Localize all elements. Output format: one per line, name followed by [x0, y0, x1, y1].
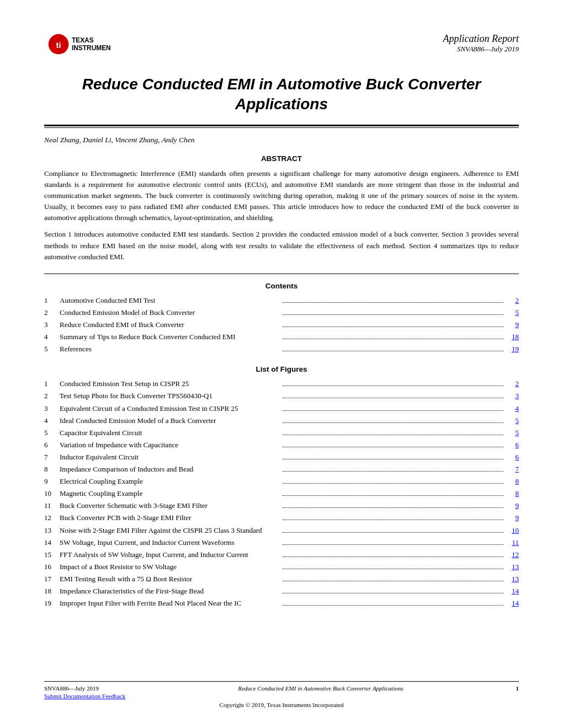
page: ti TEXAS INSTRUMENTS Application Report … — [0, 0, 563, 728]
lof-item-label: Impedance Comparison of Inductors and Be… — [60, 463, 280, 475]
abstract-paragraph-2: Section 1 introduces automotive conducte… — [44, 229, 519, 262]
lof-item-page[interactable]: 8 — [506, 488, 519, 500]
lof-row: 3 Equivalent Circuit of a Conducted Emis… — [44, 403, 519, 415]
lof-item-num: 18 — [44, 585, 60, 597]
lof-item-num: 2 — [44, 390, 60, 402]
lof-item-page[interactable]: 6 — [506, 451, 519, 463]
lof-dots — [283, 459, 503, 459]
lof-item-page[interactable]: 9 — [506, 512, 519, 524]
lof-dots — [283, 410, 503, 411]
toc-row: 2 Conducted Emission Model of Buck Conve… — [44, 307, 519, 319]
lof-item-page[interactable]: 9 — [506, 500, 519, 512]
lof-item-label: Improper Input Filter with Ferrite Bead … — [60, 597, 280, 609]
toc-item-num: 2 — [44, 307, 60, 319]
lof-row: 8 Impedance Comparison of Inductors and … — [44, 463, 519, 475]
feedback-link[interactable]: Submit Documentation Feedback — [44, 693, 125, 699]
toc-rows: 1 Automotive Conducted EMI Test 2 2 Cond… — [44, 295, 519, 355]
lof-item-num: 19 — [44, 597, 60, 609]
lof-dots — [283, 532, 503, 533]
lof-item-num: 12 — [44, 512, 60, 524]
lof-row: 11 Buck Converter Schematic with 3-Stage… — [44, 500, 519, 512]
lof-item-page[interactable]: 13 — [506, 573, 519, 585]
authors-line: Neal Zhang, Daniel Li, Vincent Zhang, An… — [44, 136, 519, 144]
lof-row: 13 Noise with 2-Stage EMI Filter Against… — [44, 524, 519, 537]
lof-rows: 1 Conducted Emission Test Setup in CISPR… — [44, 378, 519, 609]
abstract-paragraph-1: Compliance to Electromagnetic Interferen… — [44, 168, 519, 224]
toc-item-label: Reduce Conducted EMI of Buck Converter — [60, 319, 280, 331]
lof-item-label: Electrical Coupling Example — [60, 475, 280, 488]
toc-item-num: 3 — [44, 319, 60, 331]
lof-dots — [283, 593, 503, 593]
svg-text:ti: ti — [56, 41, 61, 50]
lof-item-num: 7 — [44, 451, 60, 463]
lof-item-num: 10 — [44, 488, 60, 500]
lof-item-page[interactable]: 10 — [506, 524, 519, 537]
lof-item-num: 8 — [44, 463, 60, 475]
lof-item-page[interactable]: 3 — [506, 390, 519, 402]
lof-row: 1 Conducted Emission Test Setup in CISPR… — [44, 378, 519, 390]
lof-item-page[interactable]: 14 — [506, 597, 519, 609]
ti-logo: ti TEXAS INSTRUMENTS — [44, 33, 110, 63]
toc-dots — [283, 351, 503, 351]
lof-item-label: Buck Converter Schematic with 3-Stage EM… — [60, 500, 280, 512]
toc-item-label: Summary of Tips to Reduce Buck Converter… — [60, 331, 280, 343]
lof-item-label: SW Voltage, Input Current, and Inductor … — [60, 537, 280, 549]
lof-item-num: 6 — [44, 439, 60, 451]
lof-item-num: 11 — [44, 500, 60, 512]
lof-dots — [283, 556, 503, 557]
lof-item-label: Noise with 2-Stage EMI Filter Against th… — [60, 524, 280, 537]
toc-item-page[interactable]: 5 — [506, 307, 519, 319]
lof-dots — [283, 386, 503, 386]
lof-item-page[interactable]: 13 — [506, 561, 519, 573]
lof-item-page[interactable]: 8 — [506, 475, 519, 488]
lof-dots — [283, 398, 503, 398]
lof-row: 14 SW Voltage, Input Current, and Induct… — [44, 537, 519, 549]
lof-item-page[interactable]: 6 — [506, 439, 519, 451]
page-header: ti TEXAS INSTRUMENTS Application Report … — [44, 33, 519, 63]
lof-item-label: Test Setup Photo for Buck Converter TPS5… — [60, 390, 280, 402]
lof-dots — [283, 471, 503, 472]
toc-section: Contents 1 Automotive Conducted EMI Test… — [44, 282, 519, 355]
toc-item-page[interactable]: 2 — [506, 295, 519, 307]
toc-row: 1 Automotive Conducted EMI Test 2 — [44, 295, 519, 307]
report-type-label: Application Report — [443, 33, 519, 45]
lof-item-label: Capacitor Equivalent Circuit — [60, 427, 280, 439]
lof-item-page[interactable]: 4 — [506, 403, 519, 415]
toc-item-page[interactable]: 18 — [506, 331, 519, 343]
toc-dots — [283, 326, 503, 327]
footer-page-num: 1 — [516, 685, 519, 692]
toc-item-num: 5 — [44, 343, 60, 355]
lof-item-label: Variation of Impedance with Capacitance — [60, 439, 280, 451]
lof-item-label: Buck Converter PCB with 2-Stage EMI Filt… — [60, 512, 280, 524]
toc-item-label: Conducted Emission Model of Buck Convert… — [60, 307, 280, 319]
lof-item-page[interactable]: 12 — [506, 549, 519, 561]
lof-item-page[interactable]: 5 — [506, 415, 519, 427]
lof-row: 19 Improper Input Filter with Ferrite Be… — [44, 597, 519, 609]
document-title: Reduce Conducted EMI in Automotive Buck … — [44, 74, 519, 115]
footer-center-title: Reduce Conducted EMI in Automotive Buck … — [136, 685, 504, 692]
lof-row: 7 Inductor Equivalent Circuit 6 — [44, 451, 519, 463]
abstract-heading: ABSTRACT — [44, 154, 519, 163]
lof-row: 5 Capacitor Equivalent Circuit 5 — [44, 427, 519, 439]
lof-item-num: 14 — [44, 537, 60, 549]
lof-row: 2 Test Setup Photo for Buck Converter TP… — [44, 390, 519, 402]
lof-item-num: 1 — [44, 378, 60, 390]
toc-item-page[interactable]: 19 — [506, 343, 519, 355]
svg-text:INSTRUMENTS: INSTRUMENTS — [72, 44, 110, 52]
toc-item-num: 4 — [44, 331, 60, 343]
lof-dots — [283, 495, 503, 496]
lof-item-page[interactable]: 11 — [506, 537, 519, 549]
lof-row: 4 Ideal Conducted Emission Model of a Bu… — [44, 415, 519, 427]
toc-dots — [283, 339, 503, 339]
toc-row: 4 Summary of Tips to Reduce Buck Convert… — [44, 331, 519, 343]
top-rule-thick — [44, 125, 519, 126]
footer-italic-title: Reduce Conducted EMI in Automotive Buck … — [238, 685, 403, 692]
lof-item-num: 17 — [44, 573, 60, 585]
toc-heading: Contents — [44, 282, 519, 290]
lof-row: 18 Impedance Characteristics of the Firs… — [44, 585, 519, 597]
toc-item-page[interactable]: 9 — [506, 319, 519, 331]
lof-item-page[interactable]: 7 — [506, 463, 519, 475]
lof-item-page[interactable]: 2 — [506, 378, 519, 390]
lof-item-page[interactable]: 5 — [506, 427, 519, 439]
lof-item-page[interactable]: 14 — [506, 585, 519, 597]
